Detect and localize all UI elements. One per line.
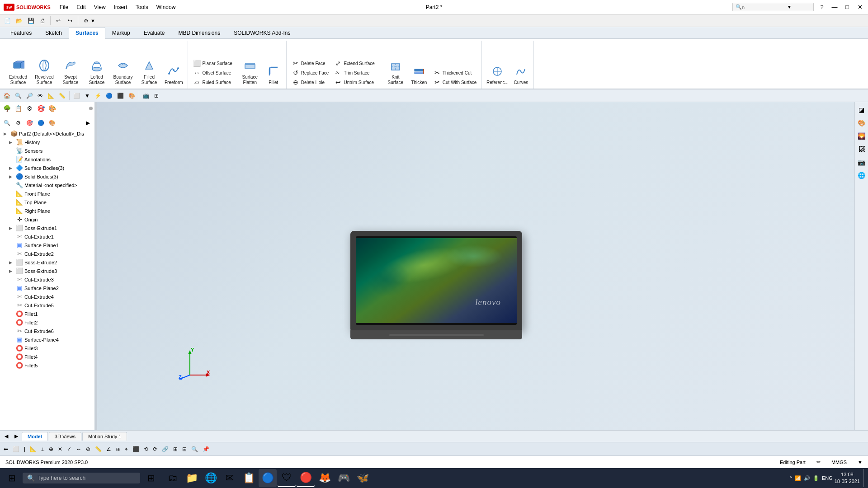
btb-btn-15[interactable]: ⬛	[131, 445, 141, 453]
extend-surface-button[interactable]: ⤢ Extend Surface	[332, 59, 377, 68]
btb-btn-22[interactable]: 📌	[201, 445, 211, 453]
untrim-surface-button[interactable]: ↩ Untrim Surface	[332, 78, 377, 87]
swept-surface-button[interactable]: Swept Surface	[58, 58, 83, 87]
tree-item-cut4[interactable]: ✂ Cut-Extrude4	[0, 292, 94, 301]
view-btn-4[interactable]: 👁	[36, 92, 45, 100]
tree-item-right-plane[interactable]: 📐 Right Plane	[0, 206, 94, 215]
tree-item-fillet5[interactable]: ⭕ Fillet5	[0, 361, 94, 370]
trim-surface-button[interactable]: ✁ Trim Surface	[332, 68, 377, 77]
planar-surface-button[interactable]: ⬜ Planar Surface	[191, 59, 235, 68]
close-button[interactable]: ✕	[855, 3, 864, 12]
btb-btn-8[interactable]: ✓	[65, 445, 73, 453]
view-btn-6[interactable]: 📏	[57, 92, 67, 100]
tree-item-origin[interactable]: ✛ Origin	[0, 215, 94, 224]
btb-btn-9[interactable]: ↔	[74, 445, 83, 453]
undo-button[interactable]: ↩	[53, 16, 64, 25]
open-button[interactable]: 📂	[14, 16, 24, 25]
menu-window[interactable]: Window	[153, 2, 179, 12]
tab-model[interactable]: Model	[22, 432, 48, 441]
view-btn-8[interactable]: ▼	[83, 92, 92, 100]
tab-features[interactable]: Features	[4, 27, 38, 39]
view-btn-7[interactable]: ⬜	[71, 92, 82, 100]
tree-item-surface-plane4[interactable]: ▣ Surface-Plane4	[0, 335, 94, 344]
surface-flatten-button[interactable]: Surface Flatten	[237, 59, 263, 87]
expand-icon[interactable]: ▶	[83, 118, 93, 128]
tree-item-history[interactable]: ▶ 📜 History	[0, 138, 94, 146]
view-btn-2[interactable]: 🔍	[13, 92, 24, 100]
menu-tools[interactable]: Tools	[132, 2, 152, 12]
search-input[interactable]	[742, 5, 787, 10]
sidebar-icon-properties[interactable]: 📋	[13, 103, 23, 113]
taskbar-app-folder[interactable]: 📁	[183, 469, 201, 487]
filter-icon[interactable]: 🔍	[2, 118, 12, 128]
tab-sketch[interactable]: Sketch	[38, 27, 69, 39]
tree-item-cut1[interactable]: ✂ Cut-Extrude1	[0, 232, 94, 241]
tree-item-front-plane[interactable]: 📐 Front Plane	[0, 189, 94, 198]
fillet-button[interactable]: Fillet	[264, 64, 283, 87]
revolved-surface-button[interactable]: Revolved Surface	[32, 58, 57, 87]
minimize-button[interactable]: —	[830, 3, 839, 12]
tree-item-boss1[interactable]: ▶ ⬜ Boss-Extrude1	[0, 224, 94, 232]
start-button[interactable]: ⊞	[2, 468, 22, 488]
tree-item-cut5[interactable]: ✂ Cut-Extrude5	[0, 301, 94, 310]
tab-nav-next[interactable]: ▶	[12, 432, 21, 440]
btb-btn-1[interactable]: ⬅	[2, 445, 10, 453]
print-button[interactable]: 🖨	[37, 16, 48, 25]
tab-addins[interactable]: SOLIDWORKS Add-Ins	[227, 27, 297, 39]
help-button[interactable]: ?	[817, 3, 826, 12]
menu-insert[interactable]: Insert	[110, 2, 131, 12]
btb-btn-4[interactable]: 📐	[28, 445, 38, 453]
tree-item-annotations[interactable]: 📝 Annotations	[0, 155, 94, 164]
tree-item-boss2[interactable]: ▶ ⬜ Boss-Extrude2	[0, 258, 94, 267]
view-btn-14[interactable]: ⊞	[152, 92, 160, 100]
reference-button[interactable]: Referenc...	[485, 64, 510, 87]
save-button[interactable]: 💾	[25, 16, 36, 25]
btb-btn-12[interactable]: ∠	[104, 445, 113, 453]
view-btn-13[interactable]: 📺	[141, 92, 151, 100]
view-btn-12[interactable]: 🎨	[127, 92, 137, 100]
search-box[interactable]: 🔍 ▼	[732, 3, 814, 11]
ruled-surface-button[interactable]: ▱ Ruled Surface	[191, 78, 235, 87]
sidebar-icon-appearance[interactable]: 🎨	[47, 103, 57, 113]
filter-btn-4[interactable]: 🎨	[47, 118, 57, 128]
view-btn-3[interactable]: 🔎	[24, 92, 35, 100]
tree-item-cut3[interactable]: ✂ Cut-Extrude3	[0, 275, 94, 284]
view-btn-10[interactable]: 🔵	[104, 92, 114, 100]
tree-item-top-plane[interactable]: 📐 Top Plane	[0, 198, 94, 206]
viewport[interactable]: lenovo	[97, 102, 854, 430]
new-button[interactable]: 📄	[2, 16, 13, 25]
tree-item-fillet3[interactable]: ⭕ Fillet3	[0, 344, 94, 352]
btb-btn-19[interactable]: ⊞	[171, 445, 179, 453]
taskbar-app-explorer[interactable]: 🗂	[164, 469, 182, 487]
tab-surfaces[interactable]: Surfaces	[69, 27, 105, 39]
tab-motion-study[interactable]: Motion Study 1	[82, 432, 127, 441]
btb-btn-13[interactable]: ≋	[114, 445, 122, 453]
tree-item-sensors[interactable]: 📡 Sensors	[0, 146, 94, 155]
btb-btn-14[interactable]: ⌖	[123, 445, 130, 453]
filter-btn-3[interactable]: 🔵	[36, 118, 46, 128]
maximize-button[interactable]: □	[843, 3, 852, 12]
view-btn-5[interactable]: 📐	[46, 92, 56, 100]
rp-camera[interactable]: 📷	[856, 156, 868, 168]
cut-with-surface-button[interactable]: ✂ Cut With Surface	[431, 78, 479, 87]
options-button[interactable]: ⚙▼	[80, 16, 97, 25]
btb-btn-6[interactable]: ⊕	[47, 445, 55, 453]
taskbar-app-firefox[interactable]: 🦊	[316, 469, 334, 487]
show-desktop-button[interactable]	[863, 469, 866, 487]
view-btn-9[interactable]: ⚡	[93, 92, 103, 100]
taskbar-app-edge[interactable]: 🌐	[202, 469, 220, 487]
sidebar-icon-settings[interactable]: ⚙	[24, 103, 34, 113]
tray-arrow[interactable]: ^	[790, 475, 792, 481]
taskbar-app-tasks[interactable]: 📋	[240, 469, 258, 487]
btb-btn-21[interactable]: 🔍	[189, 445, 200, 453]
search-dropdown-icon[interactable]: ▼	[787, 5, 792, 9]
task-view-button[interactable]: ⊞	[141, 468, 161, 488]
tab-3d-views[interactable]: 3D Views	[49, 432, 81, 441]
boundary-surface-button[interactable]: Boundary Surface	[110, 58, 136, 87]
filled-surface-button[interactable]: Filled Surface	[137, 58, 162, 87]
rp-appearances[interactable]: 🎨	[856, 117, 868, 129]
btb-btn-18[interactable]: 🔗	[160, 445, 170, 453]
tree-item-fillet4[interactable]: ⭕ Fillet4	[0, 352, 94, 361]
rp-decals[interactable]: 🖼	[856, 143, 868, 155]
btb-btn-5[interactable]: ⟂	[39, 445, 46, 453]
